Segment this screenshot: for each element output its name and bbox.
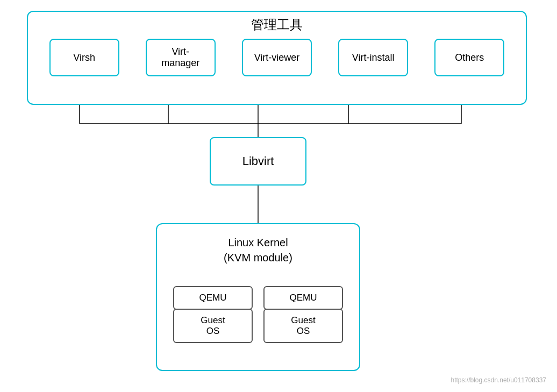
mgmt-outer-box: 管理工具 Virsh Virt- manager Virt-viewer Vir… bbox=[27, 11, 527, 105]
tool-virt-viewer: Virt-viewer bbox=[242, 39, 312, 76]
libvirt-label: Libvirt bbox=[242, 154, 274, 168]
tool-virt-manager: Virt- manager bbox=[146, 39, 216, 76]
mgmt-title: 管理工具 bbox=[28, 16, 526, 33]
tool-virsh: Virsh bbox=[49, 39, 119, 76]
guest-os-box-2: GuestOS bbox=[263, 309, 343, 343]
diagram: 管理工具 Virsh Virt- manager Virt-viewer Vir… bbox=[0, 0, 557, 392]
kernel-outer-box: Linux Kernel(KVM module) QEMU GuestOS QE… bbox=[156, 223, 360, 371]
tool-others: Others bbox=[434, 39, 504, 76]
qemu-box-1: QEMU bbox=[173, 286, 253, 310]
vm-column-1: QEMU GuestOS bbox=[173, 286, 253, 343]
vm-column-2: QEMU GuestOS bbox=[263, 286, 343, 343]
libvirt-box: Libvirt bbox=[210, 137, 306, 186]
guest-os-box-1: GuestOS bbox=[173, 309, 253, 343]
vm-columns: QEMU GuestOS QEMU GuestOS bbox=[173, 286, 343, 343]
qemu-box-2: QEMU bbox=[263, 286, 343, 310]
tools-row: Virsh Virt- manager Virt-viewer Virt-ins… bbox=[39, 39, 515, 76]
kernel-title: Linux Kernel(KVM module) bbox=[157, 235, 359, 265]
tool-virt-install: Virt-install bbox=[338, 39, 408, 76]
watermark: https://blog.csdn.net/u011708337 bbox=[451, 376, 546, 384]
